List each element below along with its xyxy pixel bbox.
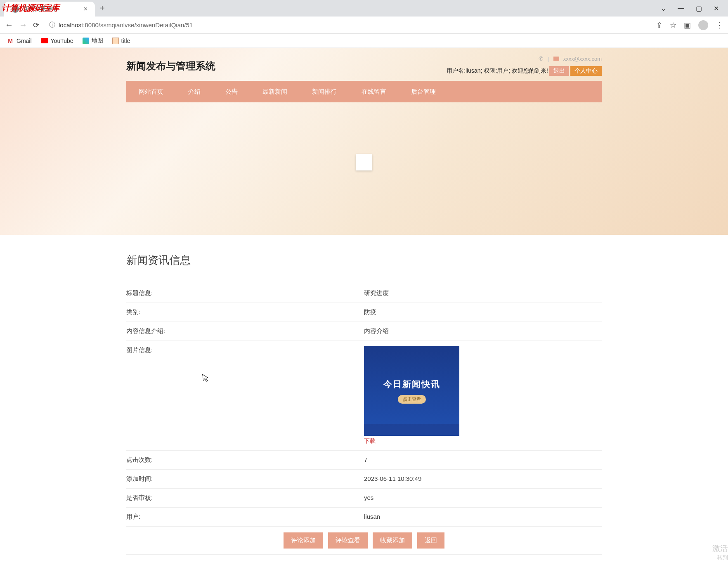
- url-text: localhost:8080/ssmqianlvse/xinwenDetailQ…: [59, 21, 193, 28]
- forward-button[interactable]: →: [19, 20, 27, 30]
- watermark-text: 计算机源码宝库: [2, 2, 59, 14]
- star-icon[interactable]: ☆: [670, 21, 676, 30]
- news-thumbnail[interactable]: 今日新闻快讯 点击查看: [364, 346, 459, 436]
- bookmark-gmail[interactable]: M Gmail: [7, 38, 32, 44]
- activation-line2: 转到: [712, 554, 728, 561]
- thumbnail-button: 点击查看: [398, 395, 426, 404]
- bookmark-label: YouTube: [51, 38, 73, 44]
- new-tab-button[interactable]: +: [100, 4, 105, 13]
- window-controls: ⌄ — ▢ ✕: [661, 5, 728, 12]
- close-icon[interactable]: ✕: [714, 5, 719, 12]
- browser-tab-bar: 新闻资讯详情 × + ⌄ — ▢ ✕: [0, 0, 728, 17]
- thumbnail-skyline: [364, 424, 459, 436]
- nav-latest[interactable]: 最新新闻: [250, 88, 300, 96]
- download-link[interactable]: 下载: [364, 437, 376, 445]
- bookmarks-bar: M Gmail YouTube 地图 title: [0, 34, 728, 48]
- label-user: 用户:: [126, 513, 364, 521]
- label-category: 类别:: [126, 308, 364, 316]
- email-text: xxxx@xxxx.com: [563, 56, 602, 62]
- row-image: 图片信息: 今日新闻快讯 点击查看 下载: [126, 341, 602, 451]
- value-clicks: 7: [364, 456, 602, 464]
- label-addtime: 添加时间:: [126, 475, 364, 483]
- bookmark-label: title: [121, 38, 130, 44]
- browser-toolbar: ← → ⟳ ⓘ localhost:8080/ssmqianlvse/xinwe…: [0, 17, 728, 34]
- row-category: 类别: 防疫: [126, 303, 602, 322]
- row-addtime: 添加时间: 2023-06-11 10:30:49: [126, 470, 602, 489]
- nav-rank[interactable]: 新闻排行: [300, 88, 349, 96]
- row-clicks: 点击次数: 7: [126, 451, 602, 470]
- tab-close-icon[interactable]: ×: [84, 5, 87, 13]
- comment-add-button[interactable]: 评论添加: [284, 532, 323, 549]
- row-user: 用户: liusan: [126, 508, 602, 527]
- content-area: 新闻资讯信息 标题信息: 研究进度 类别: 防疫 内容信息介绍: 内容介绍 图片…: [126, 235, 602, 573]
- value-content: 内容介绍: [364, 327, 602, 335]
- row-content: 内容信息介绍: 内容介绍: [126, 322, 602, 341]
- menu-icon[interactable]: ⋮: [716, 21, 723, 30]
- bookmark-label: 地图: [92, 37, 103, 45]
- value-category: 防疫: [364, 308, 602, 316]
- bookmark-label: Gmail: [17, 38, 32, 44]
- value-title: 研究进度: [364, 289, 602, 297]
- thumbnail-caption: 今日新闻快讯: [383, 378, 440, 390]
- main-nav: 网站首页 介绍 公告 最新新闻 新闻排行 在线留言 后台管理: [126, 81, 602, 102]
- page-heading: 新闻资讯信息: [126, 253, 602, 267]
- nav-home[interactable]: 网站首页: [126, 88, 176, 96]
- bookmark-youtube[interactable]: YouTube: [41, 38, 73, 44]
- value-addtime: 2023-06-11 10:30:49: [364, 475, 602, 483]
- value-audit: yes: [364, 494, 602, 502]
- mail-icon: [553, 57, 559, 61]
- address-bar[interactable]: ⓘ localhost:8080/ssmqianlvse/xinwenDetai…: [45, 21, 650, 29]
- profile-avatar[interactable]: [698, 20, 708, 30]
- maximize-icon[interactable]: ▢: [696, 5, 702, 12]
- favorite-add-button[interactable]: 收藏添加: [373, 532, 412, 549]
- hero-banner: 新闻发布与管理系统 ✆ | xxxx@xxxx.com 用户名:liusan; …: [0, 48, 728, 235]
- minimize-icon[interactable]: —: [678, 5, 684, 12]
- bookmark-maps[interactable]: 地图: [83, 37, 103, 45]
- nav-admin[interactable]: 后台管理: [399, 88, 448, 96]
- refresh-button[interactable]: ⟳: [33, 21, 39, 30]
- carousel-indicator[interactable]: [356, 154, 372, 170]
- comment-view-button[interactable]: 评论查看: [328, 532, 368, 549]
- toolbar-right: ⇪ ☆ ▣ ⋮: [656, 20, 723, 30]
- bookmark-title[interactable]: title: [112, 38, 130, 44]
- logout-button[interactable]: 退出: [549, 66, 569, 76]
- label-image: 图片信息:: [126, 346, 364, 445]
- nav-intro[interactable]: 介绍: [176, 88, 213, 96]
- nav-message[interactable]: 在线留言: [349, 88, 399, 96]
- profile-button[interactable]: 个人中心: [570, 66, 602, 76]
- label-clicks: 点击次数:: [126, 456, 364, 464]
- value-image: 今日新闻快讯 点击查看 下载: [364, 346, 602, 445]
- gmail-icon: M: [7, 38, 14, 44]
- phone-icon: ✆: [539, 55, 544, 62]
- panel-icon[interactable]: ▣: [684, 21, 691, 30]
- row-audit: 是否审核: yes: [126, 489, 602, 508]
- label-content: 内容信息介绍:: [126, 327, 364, 335]
- row-title: 标题信息: 研究进度: [126, 284, 602, 303]
- site-info-icon[interactable]: ⓘ: [49, 21, 55, 29]
- maps-icon: [83, 38, 89, 44]
- nav-notice[interactable]: 公告: [213, 88, 250, 96]
- back-button[interactable]: ←: [5, 20, 13, 30]
- label-audit: 是否审核:: [126, 494, 364, 502]
- user-info-text: 用户名:liusan; 权限:用户; 欢迎您的到来!: [447, 67, 548, 75]
- contact-block: ✆ | xxxx@xxxx.com 用户名:liusan; 权限:用户; 欢迎您…: [447, 55, 602, 76]
- activation-line1: 激活: [712, 543, 728, 554]
- divider: |: [548, 56, 549, 62]
- back-button[interactable]: 返回: [417, 532, 444, 549]
- action-row: 评论添加 评论查看 收藏添加 返回: [126, 527, 602, 555]
- windows-activation-watermark: 激活 转到: [712, 543, 728, 561]
- site-title: 新闻发布与管理系统: [126, 59, 215, 73]
- label-title: 标题信息:: [126, 289, 364, 297]
- value-user: liusan: [364, 513, 602, 521]
- title-icon: [112, 38, 119, 44]
- youtube-icon: [41, 38, 48, 43]
- share-icon[interactable]: ⇪: [656, 21, 662, 30]
- dropdown-icon[interactable]: ⌄: [661, 5, 666, 12]
